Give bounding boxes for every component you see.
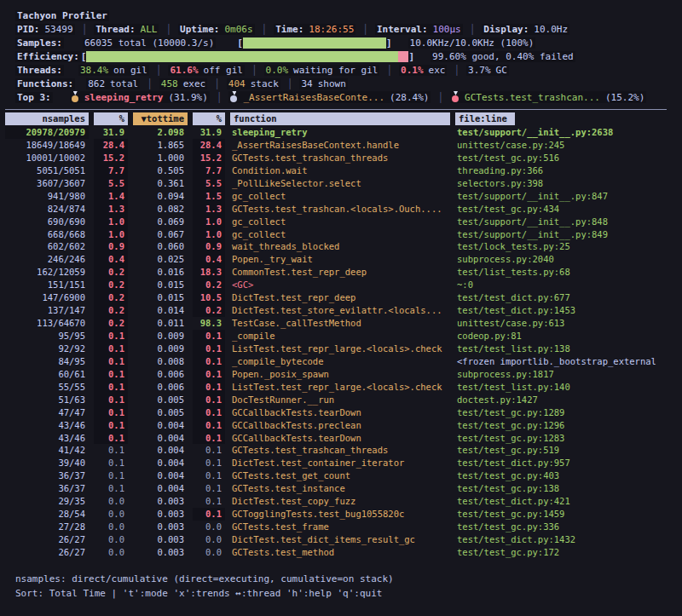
table-row[interactable]: 137/1470.20.0140.2DictTest.test_store_ev… [5,304,677,317]
thread-stat-3-value: 0.1% [401,65,424,76]
cell-pct-cumulative: 0.0 [193,533,225,546]
cell-tottime: 0.082 [133,203,188,216]
table-row[interactable]: 43/460.10.0040.1GCCallbackTests.preclean… [5,419,677,432]
col-header-pct-direct[interactable]: % [94,112,128,125]
table-row[interactable]: 18649/1864928.41.86528.4_AssertRaisesBas… [5,139,677,152]
cell-pct-direct: 0.1 [94,432,128,445]
cell-tottime: 0.060 [133,240,188,253]
col-header-fileline[interactable]: file:line [455,112,515,125]
cell-function: gc_collect [230,216,450,228]
cell-pct-direct: 0.2 [94,279,128,291]
function-stat-0-label: total [110,78,138,89]
gold-medal-icon [72,91,79,102]
function-stat-1-label: exec [183,78,206,89]
table-row[interactable]: 690/6901.00.0691.0gc_collecttest/support… [5,216,677,228]
cell-pct-cumulative: 0.1 [193,444,225,457]
cell-tottime: 0.015 [133,279,188,291]
thread-stat-1-label: off gil [204,65,243,76]
table-row[interactable]: 162/120590.20.01618.3CommonTest.test_rep… [5,266,677,279]
col-header-tottime-sorted[interactable]: ▼tottime [133,112,188,125]
cell-pct-direct: 0.2 [94,291,128,304]
cell-fileline: test/test_gc.py:172 [455,546,677,559]
table-row[interactable]: 27/280.00.0030.0GCTests.test_frametest/t… [5,521,677,533]
separator-bar: │ [362,24,368,35]
table-row[interactable]: 113/646700.20.01198.3TestCase._callTestM… [5,317,677,330]
cell-fileline: test/support/__init__.py:2638 [455,126,677,139]
function-stat-2: 404stack [227,78,280,89]
cell-fileline: test/lock_tests.py:25 [455,240,677,253]
col-header-pct-cumulative[interactable]: % [193,112,225,125]
table-row[interactable]: 20978/2097931.92.09831.9sleeping_retryte… [5,126,677,139]
table-row[interactable]: 668/6681.00.0671.0gc_collecttest/support… [5,228,677,241]
cell-fileline: subprocess.py:1817 [455,368,677,381]
function-stat-3: 34shown [299,78,347,89]
top3-item-2-pct: (28.4%) [390,92,429,103]
cell-pct-cumulative: 0.1 [193,432,225,445]
status-pid-value: 53499 [45,24,73,35]
table-row[interactable]: 36/370.10.0040.1GCTests.test_get_countte… [5,469,677,482]
cell-function: GCTests.test_trashcan_threads [230,152,450,164]
table-row[interactable]: 602/6020.90.0600.9wait_threads_blockedte… [5,240,677,253]
table-row[interactable]: 26/270.00.0030.0GCTests.test_methodtest/… [5,546,677,559]
table-row[interactable]: 3607/36075.50.3615.5_PollLikeSelector.se… [5,177,677,190]
cell-nsamples: 55/55 [5,381,89,394]
table-row[interactable]: 60/610.10.0060.1Popen._posix_spawnsubpro… [5,368,677,381]
table-row[interactable]: 941/9801.40.0941.5gc_collecttest/support… [5,190,677,203]
cell-pct-direct: 0.0 [94,521,128,533]
table-row[interactable]: 824/8741.30.0821.3GCTests.test_trashcan.… [5,203,677,216]
table-row[interactable]: 41/420.10.0040.1GCTests.test_trashcan_th… [5,444,677,457]
cell-tottime: 0.003 [133,521,188,533]
table-row[interactable]: 28/540.00.0030.1GCTogglingTests.test_bug… [5,508,677,521]
cell-nsamples: 29/35 [5,495,89,508]
table-row[interactable]: 84/950.10.0080.1_compile_bytecode<frozen… [5,355,677,368]
cell-pct-cumulative: 0.1 [193,381,225,394]
cell-fileline: threading.py:366 [455,164,677,177]
cell-function: DictTest.test_repr_deep [230,291,450,304]
cell-function: GCCallbackTests.preclean [230,419,450,432]
cell-function: DictTest.test_copy_fuzz [230,495,450,508]
cell-nsamples: 137/147 [5,304,89,317]
table-row[interactable]: 51/630.10.0050.1DocTestRunner.__rundocte… [5,394,677,406]
cell-nsamples: 39/40 [5,457,89,469]
cell-pct-direct: 1.0 [94,228,128,241]
cell-fileline: test/test_list.py:140 [455,381,677,394]
cell-fileline: test/test_gc.py:516 [455,152,677,164]
cell-tottime: 0.014 [133,304,188,317]
table-row[interactable]: 147/69000.20.01510.5DictTest.test_repr_d… [5,291,677,304]
cell-tottime: 0.004 [133,444,188,457]
cell-fileline: test/test_dict.py:421 [455,495,677,508]
table-row[interactable]: 36/370.10.0040.1GCTests.test_instancetes… [5,482,677,495]
cell-pct-cumulative: 0.1 [193,394,225,406]
table-row[interactable]: 55/550.10.0060.1ListTest.test_repr_large… [5,381,677,394]
table-row[interactable]: 92/920.10.0090.1ListTest.test_repr_large… [5,343,677,355]
cell-pct-cumulative: 0.1 [193,469,225,482]
cell-fileline: test/test_list.py:138 [455,343,677,355]
table-row[interactable]: 10001/1000215.21.00015.2GCTests.test_tra… [5,152,677,164]
cell-pct-cumulative: 0.1 [193,406,225,419]
cell-pct-cumulative: 7.7 [193,164,225,177]
thread-stat-0-value: 38.4% [80,65,108,76]
status-time: Time:18:26:55 [274,24,355,35]
thread-stat-0-label: on gil [113,65,147,76]
table-row[interactable]: 43/460.10.0040.1GCCallbackTests.tearDown… [5,432,677,445]
table-row[interactable]: 39/400.10.0040.1DictTest.test_container_… [5,457,677,469]
cell-tottime: 0.505 [133,164,188,177]
cell-pct-direct: 0.2 [94,304,128,317]
col-header-function[interactable]: function [230,112,450,125]
table-row[interactable]: 5051/50517.70.5057.7Condition.waitthread… [5,164,677,177]
cell-nsamples: 10001/10002 [5,152,89,164]
cell-pct-direct: 0.2 [94,266,128,279]
table-row[interactable]: 246/2460.40.0250.4Popen._try_waitsubproc… [5,253,677,266]
cell-fileline: test/test_gc.py:336 [455,521,677,533]
cell-pct-direct: 1.0 [94,216,128,228]
table-row[interactable]: 151/1510.20.0150.2<GC>~:0 [5,279,677,291]
cell-nsamples: 27/28 [5,521,89,533]
table-row[interactable]: 47/470.10.0050.1GCCallbackTests.tearDown… [5,406,677,419]
cell-pct-direct: 0.1 [94,406,128,419]
status-thread: Thread:ALL [94,24,159,35]
col-header-nsamples[interactable]: nsamples [5,112,89,125]
table-row[interactable]: 29/350.00.0030.1DictTest.test_copy_fuzzt… [5,495,677,508]
table-row[interactable]: 95/950.10.0090.1_compilecodeop.py:81 [5,330,677,343]
table-row[interactable]: 26/270.00.0030.0DictTest.test_dict_items… [5,533,677,546]
separator-bar: │ [165,24,171,35]
